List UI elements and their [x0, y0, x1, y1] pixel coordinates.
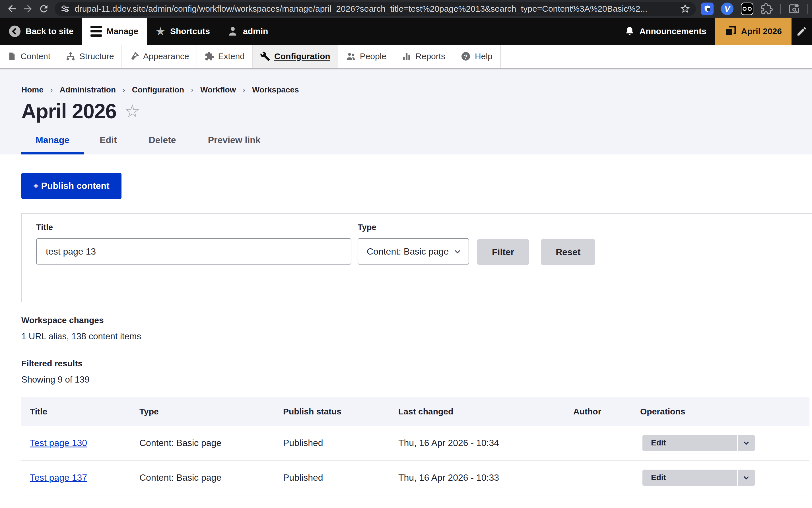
menu-label: Configuration [274, 51, 330, 61]
menu-item-reports[interactable]: Reports [394, 45, 453, 68]
shield-extension-icon[interactable] [701, 3, 714, 15]
menu-item-structure[interactable]: Structure [58, 45, 122, 68]
breadcrumb-separator: › [50, 86, 53, 94]
menu-label: Extend [218, 51, 245, 61]
workspace-layers-icon [725, 25, 737, 37]
edit-button-label: Edit [642, 473, 737, 482]
workspace-badge-label: April 2026 [741, 27, 782, 36]
shortcuts-button[interactable]: ★ Shortcuts [147, 17, 218, 45]
main-content: + Publish content Title Type Content: Ba… [0, 155, 812, 508]
menu-item-appearance[interactable]: Appearance [122, 45, 197, 68]
changes-table: Title Type Publish status Last changed A… [21, 397, 809, 508]
reset-button[interactable]: Reset [541, 239, 595, 265]
announcements-label: Announcements [640, 27, 706, 36]
configuration-wrench-icon [260, 51, 270, 61]
breadcrumb-workspaces[interactable]: Workspaces [252, 85, 299, 94]
row-last-changed: Thu, 16 Apr 2026 - 10:33 [390, 472, 565, 483]
manage-menu-button[interactable]: Manage [82, 17, 147, 45]
chrome-separator [780, 4, 781, 14]
browser-chrome: drupal-11.ddev.site/admin/config/workflo… [0, 0, 812, 17]
menu-item-extend[interactable]: Extend [197, 45, 253, 68]
edit-dropdown-toggle[interactable] [737, 470, 755, 486]
menu-bar-filler [500, 45, 812, 68]
favorite-star-icon[interactable]: ☆ [124, 102, 140, 120]
extensions-area: V [701, 3, 808, 15]
type-filter-field: Type Content: Basic page [358, 223, 469, 302]
recorder-extension-icon[interactable] [741, 3, 754, 15]
row-edit-dropdown-button[interactable]: Edit [642, 435, 755, 451]
bookmark-star-icon[interactable] [680, 4, 690, 14]
row-edit-dropdown-button[interactable]: Edit [642, 470, 755, 486]
browser-back-button[interactable] [4, 1, 20, 17]
help-icon: ? [461, 51, 471, 61]
arrow-left-icon [6, 3, 17, 14]
breadcrumb-configuration[interactable]: Configuration [132, 85, 185, 94]
table-header-row: Title Type Publish status Last changed A… [21, 397, 809, 426]
title-filter-input[interactable] [36, 238, 351, 264]
menu-label: Help [475, 51, 492, 61]
breadcrumb-workflow[interactable]: Workflow [200, 85, 236, 94]
row-type: Content: Basic page [131, 472, 275, 483]
col-header-last-changed: Last changed [390, 407, 565, 416]
chrome-separator [807, 4, 808, 14]
chevron-down-icon [453, 247, 462, 256]
table-row: Test page 137 Content: Basic page Publis… [21, 461, 809, 495]
menu-item-people[interactable]: People [338, 45, 394, 68]
row-last-changed: Thu, 16 Apr 2026 - 10:34 [390, 438, 565, 448]
edit-button-label: Edit [642, 438, 737, 448]
chevron-down-icon [742, 474, 750, 481]
title-filter-label: Title [36, 223, 351, 232]
filter-button[interactable]: Filter [477, 239, 529, 265]
table-row-partial: Edit [21, 495, 809, 508]
publish-content-button[interactable]: + Publish content [21, 173, 121, 199]
menu-label: Appearance [143, 51, 189, 61]
user-label: admin [243, 27, 268, 36]
side-search-icon[interactable] [788, 3, 800, 15]
breadcrumb-separator: › [191, 86, 194, 94]
browser-forward-button[interactable] [20, 1, 36, 17]
tab-manage[interactable]: Manage [21, 135, 84, 155]
breadcrumb-separator: › [243, 86, 245, 94]
menu-label: Reports [415, 51, 445, 61]
page-header: Home › Administration › Configuration › … [0, 70, 812, 155]
edit-dropdown-toggle[interactable] [737, 435, 755, 451]
menu-label: Content [21, 51, 50, 61]
svg-text:?: ? [464, 53, 468, 60]
breadcrumb: Home › Administration › Configuration › … [21, 70, 791, 94]
tab-delete[interactable]: Delete [133, 135, 192, 155]
tab-edit[interactable]: Edit [84, 135, 132, 155]
row-status: Published [275, 472, 390, 483]
bell-icon [624, 26, 635, 37]
admin-menu-bar: Content Structure Appearance Extend Conf… [0, 45, 812, 70]
menu-item-help[interactable]: ? Help [453, 45, 500, 68]
back-to-site-label: Back to site [26, 27, 73, 36]
title-filter-field: Title [36, 223, 351, 302]
v-extension-icon[interactable]: V [721, 3, 733, 15]
type-select[interactable]: Content: Basic page [358, 238, 469, 264]
address-bar[interactable]: drupal-11.ddev.site/admin/config/workflo… [55, 2, 696, 16]
row-title-link[interactable]: Test page 130 [30, 438, 87, 448]
row-type: Content: Basic page [131, 438, 275, 448]
col-header-publish-status: Publish status [275, 407, 390, 416]
back-to-site-button[interactable]: Back to site [0, 17, 82, 45]
row-title-link[interactable]: Test page 137 [30, 472, 87, 483]
menu-item-configuration[interactable]: Configuration [253, 45, 338, 68]
filter-form: Title Type Content: Basic page Filter Re… [21, 213, 812, 302]
filtered-results-text: Showing 9 of 139 [21, 375, 812, 385]
browser-reload-button[interactable] [36, 1, 52, 17]
arrow-right-icon [22, 3, 34, 14]
table-row: Test page 130 Content: Basic page Publis… [21, 426, 809, 461]
tab-preview-link[interactable]: Preview link [192, 135, 277, 155]
user-menu-button[interactable]: admin [218, 17, 277, 45]
breadcrumb-administration[interactable]: Administration [59, 85, 116, 94]
col-header-type: Type [131, 407, 275, 416]
page-title: April 2026 [21, 99, 116, 123]
menu-item-content[interactable]: Content [0, 45, 58, 68]
workspace-changes-text: 1 URL alias, 138 content items [21, 331, 812, 342]
breadcrumb-home[interactable]: Home [21, 85, 44, 94]
drupal-admin-toolbar: Back to site Manage ★ Shortcuts admin An… [0, 17, 812, 45]
announcements-button[interactable]: Announcements [616, 17, 715, 45]
puzzle-extensions-icon[interactable] [761, 3, 773, 15]
active-workspace-badge[interactable]: April 2026 [715, 17, 791, 45]
edit-mode-button[interactable] [791, 17, 812, 45]
